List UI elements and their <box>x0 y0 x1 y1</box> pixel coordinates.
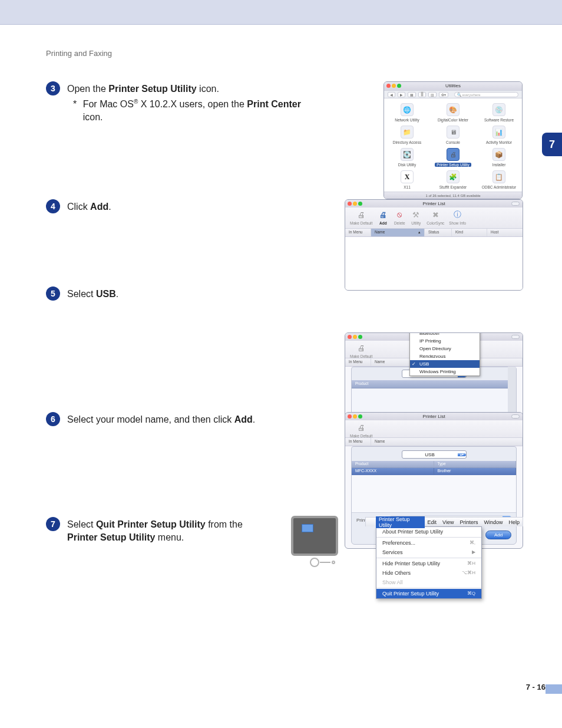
menu-item-preferences-[interactable]: Preferences...⌘, <box>376 538 481 548</box>
col-name[interactable]: Name <box>371 438 523 446</box>
step-text: Click <box>67 202 90 212</box>
make-default-button[interactable]: 🖨Make Default <box>350 421 372 438</box>
action-button[interactable]: ✿▾ <box>439 92 448 97</box>
table-row[interactable]: MFC-XXXX Brother <box>352 468 516 475</box>
col-host[interactable]: Host <box>487 229 523 236</box>
substep-text: For Mac OS <box>83 99 134 109</box>
utility-app-item[interactable]: 🖥Console <box>430 126 476 144</box>
connection-option-bluetooth[interactable]: Bluetooth <box>410 332 480 337</box>
menu-item-hide-printer-setup-utility[interactable]: Hide Printer Setup Utility⌘H <box>376 559 481 568</box>
make-default-button[interactable]: 🖨Make Default <box>350 209 372 225</box>
step-text: Open the <box>67 84 108 94</box>
col-type[interactable]: Type <box>434 461 517 467</box>
view-list[interactable]: ≣ <box>418 92 426 97</box>
utility-app-item[interactable]: 💿Software Restore <box>476 103 522 122</box>
toolbar-toggle[interactable] <box>511 335 520 339</box>
col-inmenu[interactable]: In Menu <box>345 358 371 366</box>
step-bullet: 6 <box>46 412 60 426</box>
toolbar-toggle[interactable] <box>511 414 520 419</box>
traffic-lights[interactable] <box>348 202 362 206</box>
step-text: menu. <box>155 532 184 542</box>
utility-app-item[interactable]: XX11 <box>384 170 430 189</box>
directory-access-icon: 📁 <box>401 126 414 139</box>
search-input[interactable]: 🔍 everywhere <box>454 92 518 97</box>
installer-icon: 📦 <box>492 148 505 161</box>
product-col[interactable]: Product <box>352 380 516 388</box>
col-kind[interactable]: Kind <box>452 229 487 236</box>
step-4: 4 Click Add. <box>46 199 340 213</box>
col-product[interactable]: Product <box>352 461 434 467</box>
x11-icon: X <box>401 170 414 183</box>
activity-monitor-icon: 📊 <box>492 126 505 139</box>
utility-app-item[interactable]: 🌐Network Utility <box>384 103 430 122</box>
utility-app-item[interactable]: 💽Disk Utility <box>384 148 430 167</box>
delete-icon: ⦸ <box>394 209 405 220</box>
step-5: 5 Select USB. <box>46 286 340 301</box>
step-text: from the <box>206 519 243 529</box>
utility-button[interactable]: ⚒Utility <box>410 209 422 225</box>
show-info-button[interactable]: ⓘShow Info <box>449 209 466 225</box>
view-columns[interactable]: ▥ <box>428 92 437 97</box>
menu-item-about-printer-setup-utility[interactable]: About Printer Setup Utility <box>376 527 481 536</box>
menubar-item-view[interactable]: View <box>439 519 457 525</box>
printer-setup-utility-icon: 🖨 <box>447 148 459 161</box>
traffic-lights[interactable] <box>348 414 362 419</box>
connection-option-rendezvous[interactable]: Rendezvous <box>410 353 480 360</box>
asterisk: * <box>73 99 77 109</box>
connection-option-open-directory[interactable]: Open Directory <box>410 345 480 353</box>
col-status[interactable]: Status <box>425 229 452 236</box>
connection-option-ip-printing[interactable]: IP Printing <box>410 337 480 345</box>
connection-select[interactable]: USB <box>402 450 467 459</box>
software-restore-icon: 💿 <box>492 103 505 116</box>
window-title: Printer List <box>422 201 445 206</box>
menu-item-quit-printer-setup-utility[interactable]: Quit Printer Setup Utility⌘Q <box>376 589 481 598</box>
colorsync-button[interactable]: ✖ColorSync <box>427 209 444 225</box>
utility-app-item[interactable]: 📊Activity Monitor <box>476 126 522 144</box>
utility-app-item[interactable]: 📋ODBC Administrator <box>476 170 522 189</box>
menu-item-hide-others[interactable]: Hide Others⌥⌘H <box>376 568 481 578</box>
menubar-item-help[interactable]: Help <box>505 519 523 525</box>
utility-app-item[interactable]: 📁Directory Access <box>384 126 430 144</box>
view-icons[interactable]: ▦ <box>408 92 416 97</box>
col-inmenu[interactable]: In Menu <box>345 438 371 446</box>
utility-app-item[interactable]: 🎨DigitalColor Meter <box>430 103 476 122</box>
fwd-button[interactable]: ▶ <box>398 92 405 97</box>
col-name[interactable]: Name ▴ <box>371 229 425 236</box>
menubar-item-printer-setup-utility[interactable]: Printer Setup Utility <box>376 516 425 528</box>
disk-utility-icon: 💽 <box>401 148 414 161</box>
screenshot-utilities-finder: Utilities ◀ ▶ ▦ ≣ ▥ ✿▾ 🔍 everywhere 🌐Net… <box>384 81 523 199</box>
utility-app-item[interactable]: 🖨Printer Setup Utility <box>430 148 476 167</box>
menu-item-services[interactable]: Services▶ <box>376 548 481 557</box>
col-inmenu[interactable]: In Menu <box>345 229 371 236</box>
window-title: Printer List <box>422 414 445 419</box>
traffic-lights[interactable] <box>386 84 401 88</box>
delete-button[interactable]: ⦸Delete <box>394 209 405 225</box>
menubar-item-window[interactable]: Window <box>481 519 505 525</box>
menubar-item-edit[interactable]: Edit <box>425 519 440 525</box>
toolbar-toggle[interactable] <box>511 202 520 206</box>
section-header: Printing and Faxing <box>46 49 112 58</box>
step-text: Select <box>67 289 96 299</box>
add-button[interactable]: 🖨Add <box>377 209 389 225</box>
connection-option-windows-printing[interactable]: Windows Printing <box>410 368 480 375</box>
step-bullet: 5 <box>46 286 60 301</box>
step-3: 3 Open the Printer Setup Utility icon. *… <box>46 81 340 123</box>
step-text: . <box>253 414 255 424</box>
step-bullet: 7 <box>46 517 60 531</box>
traffic-lights[interactable] <box>348 335 362 339</box>
connection-option-usb[interactable]: USB <box>410 360 480 368</box>
utility-app-item[interactable]: 📦Installer <box>476 148 522 167</box>
make-default-icon: 🖨 <box>355 209 367 220</box>
connection-menu[interactable]: AppleTalkBluetoothIP PrintingOpen Direct… <box>409 332 480 376</box>
step-6: 6 Select your model name, and then click… <box>46 412 340 426</box>
utility-app-item[interactable]: 🧩StuffIt Expander <box>430 170 476 189</box>
back-button[interactable]: ◀ <box>388 92 395 97</box>
top-band <box>0 0 562 25</box>
step-bullet: 4 <box>46 199 60 213</box>
make-default-button[interactable]: 🖨Make Default <box>350 342 372 358</box>
menubar-item-printers[interactable]: Printers <box>457 519 481 525</box>
step-text-bold: Quit Printer Setup Utility <box>96 519 206 529</box>
step-text-bold: Printer Setup Utility <box>67 532 155 542</box>
utility-icon: ⚒ <box>410 209 422 220</box>
substep-text: X 10.2.X users, open the <box>138 99 247 109</box>
